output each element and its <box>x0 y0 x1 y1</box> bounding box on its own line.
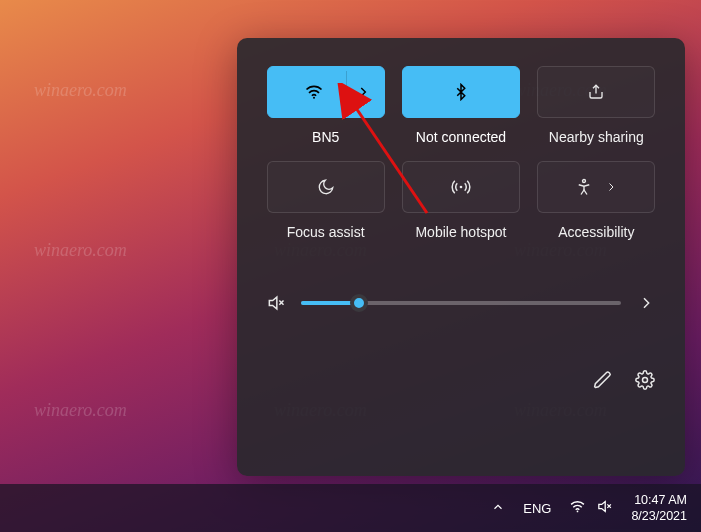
tray-overflow-button[interactable] <box>491 500 505 517</box>
tiles-grid: BN5 Not connected Nearby sharing <box>265 66 657 240</box>
volume-mute-icon <box>596 498 613 518</box>
watermark: winaero.com <box>34 400 127 421</box>
accessibility-tile-label: Accessibility <box>558 224 634 240</box>
accessibility-tile[interactable] <box>537 161 655 213</box>
volume-row <box>265 292 657 314</box>
tray-clock[interactable]: 10:47 AM 8/23/2021 <box>631 492 687 525</box>
wifi-icon <box>304 82 324 102</box>
wifi-tile[interactable] <box>267 66 385 118</box>
focus-assist-tile-label: Focus assist <box>287 224 365 240</box>
wifi-icon <box>569 498 586 518</box>
accessibility-icon <box>575 178 593 196</box>
tray-date: 8/23/2021 <box>631 508 687 524</box>
svg-point-2 <box>583 180 586 183</box>
panel-footer <box>265 370 657 394</box>
volume-slider[interactable] <box>301 293 621 313</box>
edit-quick-settings-button[interactable] <box>593 370 613 394</box>
mobile-hotspot-tile-label: Mobile hotspot <box>415 224 506 240</box>
tray-language-button[interactable]: ENG <box>523 501 551 516</box>
wifi-expand-button[interactable] <box>346 71 380 113</box>
quick-settings-panel: BN5 Not connected Nearby sharing <box>237 38 685 476</box>
focus-assist-tile[interactable] <box>267 161 385 213</box>
bluetooth-tile[interactable] <box>402 66 520 118</box>
volume-output-button[interactable] <box>635 295 657 311</box>
bluetooth-icon <box>452 83 470 101</box>
svg-point-1 <box>460 186 463 189</box>
watermark: winaero.com <box>34 80 127 101</box>
volume-mute-icon[interactable] <box>265 292 287 314</box>
moon-icon <box>317 178 335 196</box>
tray-time: 10:47 AM <box>631 492 687 508</box>
nearby-sharing-tile[interactable] <box>537 66 655 118</box>
share-icon <box>587 83 605 101</box>
svg-point-0 <box>313 97 315 99</box>
hotspot-icon <box>451 177 471 197</box>
svg-point-5 <box>577 511 579 513</box>
nearby-sharing-tile-label: Nearby sharing <box>549 129 644 145</box>
mobile-hotspot-tile[interactable] <box>402 161 520 213</box>
svg-point-3 <box>643 378 648 383</box>
bluetooth-tile-label: Not connected <box>416 129 506 145</box>
desktop: winaero.com winaero.com winaero.com wina… <box>0 0 701 532</box>
settings-button[interactable] <box>635 370 655 394</box>
wifi-tile-label: BN5 <box>312 129 339 145</box>
watermark: winaero.com <box>34 240 127 261</box>
chevron-right-icon <box>605 181 617 193</box>
taskbar: ENG 10:47 AM 8/23/2021 <box>0 484 701 532</box>
tray-network-button[interactable] <box>569 498 613 518</box>
